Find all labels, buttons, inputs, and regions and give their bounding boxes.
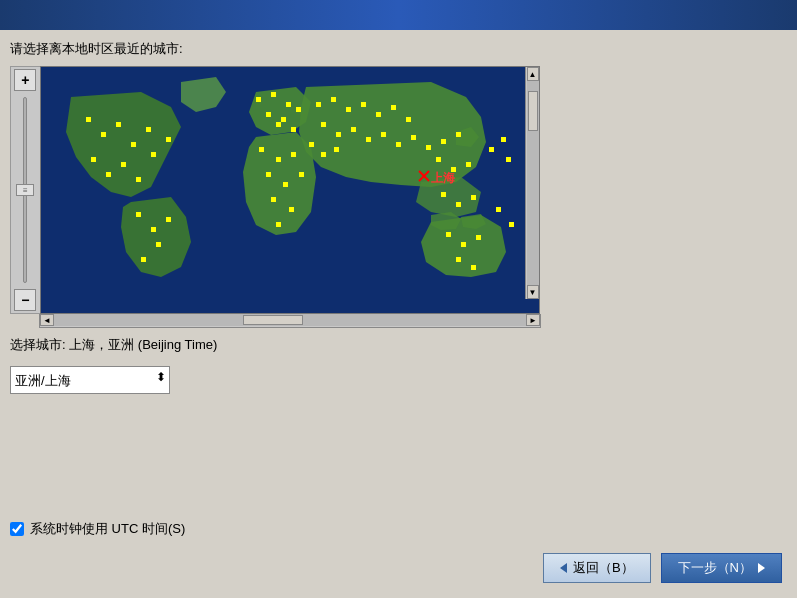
svg-rect-5 <box>146 127 151 132</box>
svg-rect-18 <box>271 92 276 97</box>
svg-rect-11 <box>166 137 171 142</box>
svg-rect-69 <box>509 222 514 227</box>
svg-rect-14 <box>166 217 171 222</box>
svg-rect-17 <box>256 97 261 102</box>
svg-rect-62 <box>476 235 481 240</box>
svg-rect-19 <box>286 102 291 107</box>
svg-rect-60 <box>446 232 451 237</box>
svg-rect-1 <box>86 117 91 122</box>
selected-city-info: 选择城市: 上海，亚洲 (Beijing Time) <box>10 336 787 354</box>
svg-rect-48 <box>381 132 386 137</box>
zoom-slider-thumb[interactable]: ≡ <box>16 184 34 196</box>
svg-rect-3 <box>116 122 121 127</box>
svg-rect-25 <box>259 147 264 152</box>
svg-rect-45 <box>336 132 341 137</box>
svg-rect-64 <box>471 265 476 270</box>
svg-rect-51 <box>426 145 431 150</box>
svg-rect-30 <box>299 172 304 177</box>
svg-rect-63 <box>456 257 461 262</box>
zoom-in-button[interactable]: + <box>14 69 36 91</box>
svg-rect-12 <box>136 212 141 217</box>
svg-rect-65 <box>489 147 494 152</box>
svg-rect-52 <box>441 139 446 144</box>
scroll-right-button[interactable]: ► <box>526 314 540 326</box>
svg-rect-59 <box>471 195 476 200</box>
svg-rect-15 <box>156 242 161 247</box>
scroll-down-button[interactable]: ▼ <box>527 285 539 299</box>
svg-rect-57 <box>441 192 446 197</box>
svg-rect-33 <box>276 222 281 227</box>
svg-rect-23 <box>276 122 281 127</box>
svg-rect-37 <box>316 102 321 107</box>
back-button-label: 返回（B） <box>573 559 634 577</box>
svg-rect-47 <box>366 137 371 142</box>
next-button[interactable]: 下一步（N） <box>661 553 782 583</box>
next-arrow-icon <box>758 563 765 573</box>
svg-rect-27 <box>291 152 296 157</box>
scroll-thumb-vertical[interactable] <box>528 91 538 131</box>
svg-rect-31 <box>271 197 276 202</box>
timezone-select-wrapper[interactable]: 亚洲/上海 亚洲/北京 亚洲/东京 亚洲/首尔 美洲/纽约 欧洲/伦敦 UTC … <box>10 360 170 394</box>
svg-rect-20 <box>266 112 271 117</box>
scroll-left-button[interactable]: ◄ <box>40 314 54 326</box>
svg-rect-49 <box>396 142 401 147</box>
back-button[interactable]: 返回（B） <box>543 553 651 583</box>
svg-rect-67 <box>506 157 511 162</box>
svg-rect-36 <box>334 147 339 152</box>
svg-rect-54 <box>436 157 441 162</box>
scroll-track-horizontal <box>54 314 526 326</box>
zoom-controls: + ≡ − <box>10 66 40 314</box>
select-city-prompt: 请选择离本地时区最近的城市: <box>10 40 787 58</box>
top-banner <box>0 0 797 30</box>
svg-rect-40 <box>361 102 366 107</box>
svg-rect-29 <box>283 182 288 187</box>
svg-rect-58 <box>456 202 461 207</box>
main-content: 请选择离本地时区最近的城市: + ≡ − <box>0 30 797 394</box>
svg-rect-41 <box>376 112 381 117</box>
svg-rect-39 <box>346 107 351 112</box>
svg-rect-43 <box>406 117 411 122</box>
svg-rect-44 <box>321 122 326 127</box>
svg-rect-46 <box>351 127 356 132</box>
svg-rect-9 <box>136 177 141 182</box>
vertical-scrollbar: ▲ ▼ <box>525 67 539 299</box>
svg-rect-6 <box>91 157 96 162</box>
svg-rect-10 <box>151 152 156 157</box>
svg-rect-13 <box>151 227 156 232</box>
back-arrow-icon <box>560 563 567 573</box>
svg-rect-35 <box>321 152 326 157</box>
utc-checkbox[interactable] <box>10 522 24 536</box>
svg-text:上海: 上海 <box>431 171 456 185</box>
svg-rect-16 <box>141 257 146 262</box>
svg-rect-22 <box>296 107 301 112</box>
zoom-slider-track: ≡ <box>23 97 27 283</box>
scroll-track-vertical <box>527 81 539 285</box>
next-button-label: 下一步（N） <box>678 559 752 577</box>
zoom-out-button[interactable]: − <box>14 289 36 311</box>
svg-rect-56 <box>466 162 471 167</box>
svg-rect-21 <box>281 117 286 122</box>
world-map[interactable]: 上海 <box>41 67 531 299</box>
svg-rect-2 <box>101 132 106 137</box>
scroll-up-button[interactable]: ▲ <box>527 67 539 81</box>
svg-rect-8 <box>121 162 126 167</box>
utc-section: 系统时钟使用 UTC 时间(S) <box>10 520 185 538</box>
svg-rect-61 <box>461 242 466 247</box>
svg-rect-38 <box>331 97 336 102</box>
svg-rect-28 <box>266 172 271 177</box>
svg-rect-53 <box>456 132 461 137</box>
svg-rect-24 <box>291 127 296 132</box>
svg-rect-50 <box>411 135 416 140</box>
scroll-thumb-horizontal[interactable] <box>243 315 303 325</box>
svg-rect-32 <box>289 207 294 212</box>
svg-rect-26 <box>276 157 281 162</box>
svg-rect-4 <box>131 142 136 147</box>
svg-rect-68 <box>496 207 501 212</box>
svg-rect-42 <box>391 105 396 110</box>
timezone-select[interactable]: 亚洲/上海 亚洲/北京 亚洲/东京 亚洲/首尔 美洲/纽约 欧洲/伦敦 UTC <box>10 366 170 394</box>
svg-rect-7 <box>106 172 111 177</box>
svg-rect-34 <box>309 142 314 147</box>
bottom-buttons: 返回（B） 下一步（N） <box>543 553 782 583</box>
svg-rect-66 <box>501 137 506 142</box>
utc-label[interactable]: 系统时钟使用 UTC 时间(S) <box>30 520 185 538</box>
